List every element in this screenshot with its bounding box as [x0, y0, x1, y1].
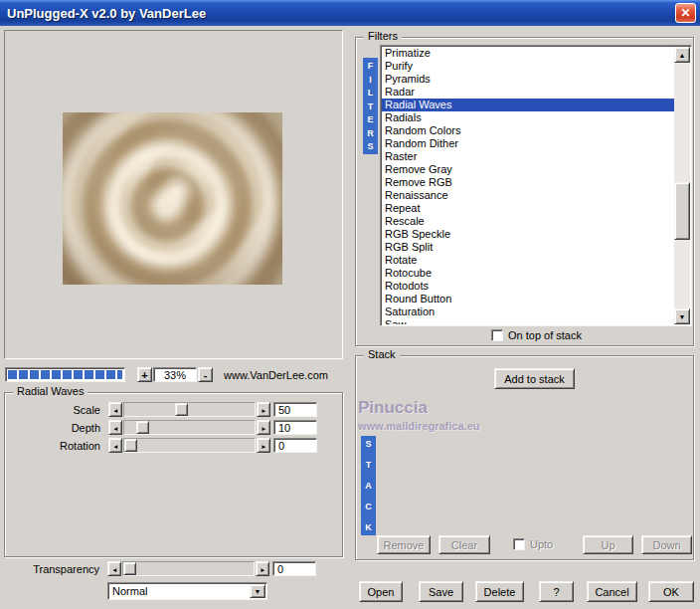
filter-item[interactable]: Repeat	[382, 202, 674, 215]
filter-item-selected[interactable]: Radial Waves	[382, 99, 674, 111]
delete-button[interactable]: Delete	[475, 581, 524, 602]
blend-mode-value: Normal	[112, 585, 147, 597]
on-top-of-stack-checkbox[interactable]: On top of stack	[491, 329, 582, 341]
open-button[interactable]: Open	[359, 581, 403, 602]
arrow-right-icon: ►	[261, 425, 266, 431]
watermark-name: Pinuccia	[358, 398, 428, 418]
scale-slider-row: Scale ◄ ► 50	[5, 402, 342, 418]
transparency-slider-thumb[interactable]	[123, 562, 136, 575]
add-to-stack-button[interactable]: Add to stack	[494, 368, 575, 389]
depth-increment-button[interactable]: ►	[257, 420, 270, 435]
transparency-label: Transparency	[4, 563, 99, 575]
up-button[interactable]: Up	[583, 535, 633, 554]
close-button[interactable]: ✕	[675, 3, 696, 23]
scale-increment-button[interactable]: ►	[257, 402, 270, 417]
arrow-left-icon: ◄	[112, 443, 118, 449]
rotation-slider-track[interactable]	[123, 438, 256, 453]
remove-button[interactable]: Remove	[377, 535, 431, 554]
transparency-value-field[interactable]: 0	[272, 561, 316, 576]
filter-item[interactable]: Saturation	[382, 305, 674, 318]
filters-group: Filters FILTERS PrimatizePurifyPyramidsR…	[355, 37, 694, 346]
filter-item[interactable]: Primatize	[382, 47, 674, 60]
chevron-down-icon: ▼	[255, 588, 262, 595]
filters-list: PrimatizePurifyPyramidsRadarRadial Waves…	[382, 47, 674, 324]
filter-item[interactable]: Purify	[382, 60, 674, 73]
arrow-left-icon: ◄	[112, 407, 118, 413]
scale-decrement-button[interactable]: ◄	[108, 402, 122, 417]
filter-item[interactable]: Saw	[382, 318, 674, 324]
depth-slider-row: Depth ◄ ► 10	[5, 420, 342, 436]
help-button[interactable]: ?	[539, 581, 574, 602]
rotation-decrement-button[interactable]: ◄	[108, 438, 122, 453]
transparency-increment-button[interactable]: ►	[256, 561, 269, 576]
arrow-right-icon: ►	[260, 566, 265, 572]
save-button[interactable]: Save	[419, 581, 463, 602]
filter-item[interactable]: Rotodots	[382, 280, 674, 293]
scale-slider-track[interactable]	[123, 402, 256, 417]
zoom-out-button[interactable]: -	[198, 367, 213, 382]
upto-checkbox[interactable]: Upto	[513, 538, 553, 550]
filter-item[interactable]: Radials	[382, 111, 674, 124]
on-top-of-stack-label: On top of stack	[508, 329, 582, 341]
close-icon: ✕	[680, 6, 690, 20]
filter-item[interactable]: Rotate	[382, 254, 674, 267]
vertical-letter: C	[365, 502, 372, 511]
filter-item[interactable]: Radar	[382, 86, 674, 99]
vendor-website-link[interactable]: www.VanDerLee.com	[224, 369, 328, 381]
titlebar[interactable]: UnPlugged-X v2.0 by VanDerLee	[0, 0, 700, 26]
depth-slider-track[interactable]	[123, 420, 256, 435]
vertical-letter: S	[365, 439, 371, 449]
vertical-letter: L	[368, 88, 374, 98]
filter-item[interactable]: RGB Speckle	[382, 228, 674, 241]
zoom-in-button[interactable]: +	[137, 367, 152, 382]
zoom-progress-fill	[8, 370, 122, 379]
depth-slider-thumb[interactable]	[136, 421, 149, 434]
radial-waves-group: Radial Waves Scale ◄ ► 50 Depth ◄ ► 10 R…	[4, 392, 343, 557]
rotation-value-field[interactable]: 0	[273, 438, 317, 453]
cancel-button[interactable]: Cancel	[587, 581, 637, 602]
blend-mode-dropdown-button[interactable]: ▼	[250, 584, 265, 598]
rotation-slider-row: Rotation ◄ ► 0	[5, 438, 342, 454]
scroll-down-button[interactable]: ▼	[674, 308, 690, 324]
filters-scrollbar[interactable]: ▲ ▼	[674, 47, 690, 324]
scrollbar-thumb[interactable]	[674, 182, 690, 240]
arrow-right-icon: ►	[261, 407, 266, 413]
filter-item[interactable]: Rotocube	[382, 267, 674, 280]
arrow-right-icon: ►	[261, 443, 266, 449]
watermark-url: www.maildiregrafica.eu	[358, 420, 479, 432]
filter-item[interactable]: Pyramids	[382, 73, 674, 86]
filter-item[interactable]: Raster	[382, 150, 674, 163]
filter-item[interactable]: Renaissance	[382, 189, 674, 202]
upto-label: Upto	[530, 538, 553, 550]
filter-item[interactable]: Round Button	[382, 293, 674, 305]
down-button[interactable]: Down	[641, 535, 692, 554]
window-title: UnPlugged-X v2.0 by VanDerLee	[7, 6, 206, 21]
depth-decrement-button[interactable]: ◄	[108, 420, 122, 435]
stack-group: Stack Add to stack STACK Pinuccia www.ma…	[355, 355, 694, 560]
depth-value-field[interactable]: 10	[273, 420, 317, 435]
stack-group-label: Stack	[364, 348, 400, 360]
filter-item[interactable]: RGB Split	[382, 241, 674, 254]
blend-mode-dropdown[interactable]: Normal ▼	[107, 582, 267, 600]
filter-item[interactable]: Remove RGB	[382, 176, 674, 189]
filter-item[interactable]: Random Dither	[382, 137, 674, 150]
rotation-slider-thumb[interactable]	[124, 439, 137, 452]
transparency-decrement-button[interactable]: ◄	[107, 561, 121, 576]
pattern-vignette	[63, 112, 282, 285]
rotation-label: Rotation	[5, 440, 100, 452]
scroll-up-button[interactable]: ▲	[674, 47, 690, 63]
rotation-increment-button[interactable]: ►	[257, 438, 270, 453]
checkbox-icon	[491, 329, 503, 341]
vertical-letter: I	[369, 75, 372, 85]
scale-slider-thumb[interactable]	[175, 403, 188, 416]
filter-item[interactable]: Remove Gray	[382, 163, 674, 176]
filter-item[interactable]: Random Colors	[382, 124, 674, 137]
vertical-letter: T	[368, 102, 374, 111]
ok-button[interactable]: OK	[648, 581, 694, 602]
transparency-slider-track[interactable]	[122, 561, 255, 576]
stack-vertical-banner: STACK	[361, 436, 376, 535]
vertical-letter: T	[366, 460, 372, 470]
clear-button[interactable]: Clear	[438, 535, 490, 554]
scale-value-field[interactable]: 50	[273, 402, 317, 417]
filter-item[interactable]: Rescale	[382, 215, 674, 228]
